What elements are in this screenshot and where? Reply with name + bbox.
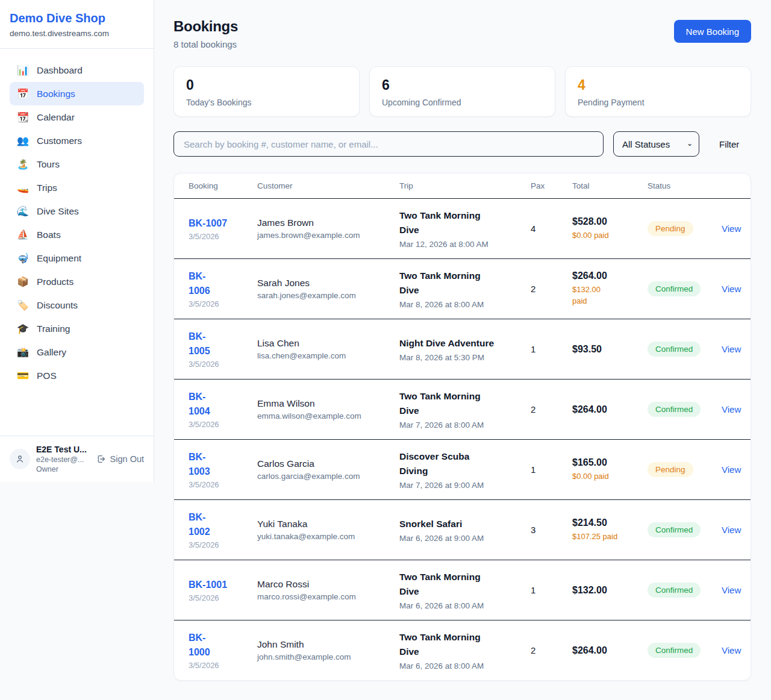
stat-value: 4 — [578, 77, 738, 93]
sidebar-item-products[interactable]: 📦Products — [10, 270, 144, 293]
user-info: E2E Test U... e2e-tester@... Owner — [36, 445, 90, 473]
view-link[interactable]: View — [722, 464, 741, 475]
sidebar-item-tours[interactable]: 🏝️Tours — [10, 152, 144, 176]
sidebar-item-dive-sites[interactable]: 🌊Dive Sites — [10, 199, 144, 223]
booking-id-link[interactable]: BK-1002 — [189, 510, 213, 539]
column-header-total: Total — [572, 181, 648, 190]
trip-name: Night Dive Adventure — [399, 336, 525, 350]
new-booking-button[interactable]: New Booking — [674, 20, 751, 43]
view-link[interactable]: View — [722, 284, 741, 294]
sidebar-item-customers[interactable]: 👥Customers — [10, 129, 144, 152]
table-row: BK-10003/5/2026 John Smithjohn.smith@exa… — [174, 620, 751, 680]
status-select[interactable]: All Statuses — [613, 131, 699, 157]
sidebar-item-label: Dashboard — [37, 65, 83, 76]
wave-icon: 🌊 — [17, 205, 29, 217]
sidebar-item-bookings[interactable]: 📅Bookings — [10, 82, 144, 105]
booking-date: 3/5/2026 — [189, 480, 251, 489]
customer-email: john.smith@example.com — [257, 652, 393, 661]
total-amount: $264.00 — [572, 645, 641, 656]
status-badge: Confirmed — [648, 522, 701, 537]
trip-datetime: Mar 7, 2026 at 9:00 AM — [399, 481, 525, 490]
filter-button[interactable]: Filter — [719, 139, 739, 149]
sidebar-item-dashboard[interactable]: 📊Dashboard — [10, 58, 144, 82]
booking-date: 3/5/2026 — [189, 299, 251, 308]
sidebar-item-label: Equipment — [37, 253, 81, 264]
view-link[interactable]: View — [722, 585, 741, 595]
customer-email: james.brown@example.com — [257, 231, 393, 240]
sidebar-item-calendar[interactable]: 📆Calendar — [10, 105, 144, 129]
customer-name: Sarah Jones — [257, 278, 393, 289]
sidebar-item-discounts[interactable]: 🏷️Discounts — [10, 293, 144, 317]
status-select-wrap: All Statuses ⌄ — [613, 131, 699, 157]
booking-id-link[interactable]: BK-1007 — [189, 216, 251, 231]
total-bookings-count: 8 total bookings — [173, 39, 238, 49]
sidebar-item-boats[interactable]: ⛵Boats — [10, 223, 144, 246]
sidebar-item-gallery[interactable]: 📸Gallery — [10, 340, 144, 364]
status-badge: Confirmed — [648, 281, 701, 296]
sidebar-item-equipment[interactable]: 🤿Equipment — [10, 246, 144, 270]
brand-block: Demo Dive Shop demo.test.divestreams.com — [0, 0, 154, 49]
booking-id-link[interactable]: BK-1004 — [189, 390, 213, 419]
booking-date: 3/5/2026 — [189, 360, 251, 369]
table-header-row: Booking Customer Trip Pax Total Status — [174, 173, 751, 198]
view-link[interactable]: View — [722, 344, 741, 354]
diving-mask-icon: 🤿 — [17, 252, 29, 264]
pax-count: 3 — [531, 525, 572, 535]
trip-name: Discover Scuba Diving — [399, 449, 490, 478]
sign-out-label: Sign Out — [110, 454, 144, 464]
trip-name: Snorkel Safari — [399, 517, 525, 531]
customer-name: James Brown — [257, 217, 393, 228]
sidebar: Demo Dive Shop demo.test.divestreams.com… — [0, 0, 154, 482]
stat-label: Upcoming Confirmed — [382, 98, 543, 107]
booking-id-link[interactable]: BK-1005 — [189, 330, 213, 358]
trip-datetime: Mar 6, 2026 at 8:00 AM — [399, 601, 525, 610]
stat-label: Today's Bookings — [186, 98, 347, 107]
booking-date: 3/5/2026 — [189, 540, 251, 549]
trip-name: Two Tank Morning Dive — [399, 389, 490, 417]
shop-name: Demo Dive Shop — [10, 11, 144, 25]
paid-amount: $132.00 paid — [572, 284, 610, 307]
customer-name: Yuki Tanaka — [257, 519, 393, 530]
trip-datetime: Mar 7, 2026 at 8:00 AM — [399, 420, 525, 430]
sidebar-item-label: Trips — [37, 183, 57, 193]
column-header-pax: Pax — [531, 181, 572, 190]
search-input[interactable] — [173, 131, 604, 157]
avatar — [10, 449, 30, 469]
sign-out-button[interactable]: Sign Out — [96, 454, 144, 464]
graduation-cap-icon: 🎓 — [17, 323, 29, 334]
sidebar-item-pos[interactable]: 💳POS — [10, 364, 144, 387]
trip-name: Two Tank Morning Dive — [399, 630, 490, 658]
total-amount: $264.00 — [572, 270, 641, 281]
sidebar-item-label: POS — [37, 370, 57, 381]
trip-datetime: Mar 6, 2026 at 8:00 AM — [399, 661, 525, 670]
booking-date: 3/5/2026 — [189, 232, 251, 241]
sidebar-item-training[interactable]: 🎓Training — [10, 317, 144, 340]
credit-card-icon: 💳 — [17, 370, 29, 381]
booking-id-link[interactable]: BK-1001 — [189, 578, 251, 592]
customer-name: Marco Rossi — [257, 579, 393, 590]
booking-id-link[interactable]: BK-1000 — [189, 631, 213, 660]
table-row: BK-10043/5/2026 Emma Wilsonemma.wilson@e… — [174, 379, 751, 439]
paid-amount: $0.00 paid — [572, 230, 641, 242]
booking-date: 3/5/2026 — [189, 593, 251, 602]
sidebar-item-label: Dive Sites — [37, 206, 79, 217]
view-link[interactable]: View — [722, 645, 741, 655]
booking-id-link[interactable]: BK-1003 — [189, 450, 213, 479]
pax-count: 2 — [531, 645, 572, 655]
customer-email: carlos.garcia@example.com — [257, 472, 393, 481]
tear-off-calendar-icon: 📆 — [17, 111, 29, 123]
status-badge: Confirmed — [648, 402, 701, 417]
booking-id-link[interactable]: BK-1006 — [189, 269, 213, 298]
sidebar-item-label: Tours — [37, 159, 60, 170]
bar-chart-icon: 📊 — [17, 64, 29, 76]
view-link[interactable]: View — [722, 525, 741, 535]
user-role: Owner — [36, 465, 90, 473]
view-link[interactable]: View — [722, 404, 741, 414]
pax-count: 2 — [531, 404, 572, 414]
view-link[interactable]: View — [722, 223, 741, 234]
booking-date: 3/5/2026 — [189, 420, 251, 429]
trip-datetime: Mar 8, 2026 at 5:30 PM — [399, 353, 525, 362]
trip-datetime: Mar 6, 2026 at 9:00 AM — [399, 534, 525, 543]
trip-datetime: Mar 8, 2026 at 8:00 AM — [399, 300, 525, 309]
sidebar-item-trips[interactable]: 🚤Trips — [10, 176, 144, 199]
